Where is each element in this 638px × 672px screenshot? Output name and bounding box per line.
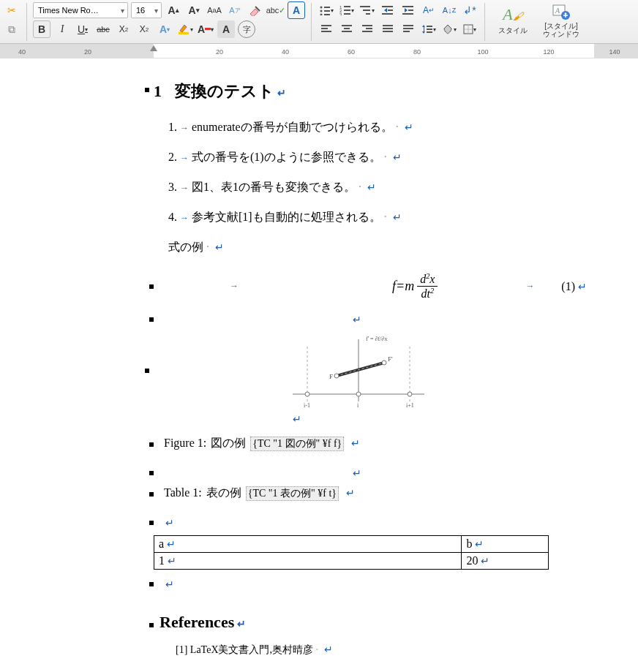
character-border-button[interactable]: A bbox=[288, 1, 305, 19]
equation-number: (1)↵ bbox=[561, 280, 587, 293]
ruler-label: 20 bbox=[216, 48, 223, 56]
ruler-label: 40 bbox=[282, 48, 289, 56]
list-number: 2. bbox=[168, 151, 177, 164]
bold-button[interactable]: B bbox=[33, 20, 50, 38]
numbering-button[interactable]: 123▾ bbox=[338, 1, 356, 19]
svg-rect-13 bbox=[344, 13, 350, 15]
styles-button[interactable]: A🖌 スタイル bbox=[491, 1, 535, 39]
empty-paragraph: ↵ bbox=[149, 314, 594, 326]
pilcrow-icon: ↵ bbox=[578, 282, 587, 292]
tab-arrow-icon: → bbox=[180, 213, 189, 224]
align-right-button[interactable] bbox=[359, 20, 376, 38]
list-number: 4. bbox=[168, 211, 177, 224]
char-shading-button[interactable]: A bbox=[217, 20, 235, 38]
pilcrow-icon: ↵ bbox=[393, 151, 402, 164]
list-item: 3. → 図1、表1の番号も変換できる。 · ↵ bbox=[168, 180, 594, 195]
bullets-button[interactable]: ▾ bbox=[318, 1, 335, 19]
svg-rect-30 bbox=[366, 28, 372, 29]
show-marks-button[interactable]: ↲* bbox=[461, 1, 478, 19]
equation: f=m d2x dt2 bbox=[392, 273, 438, 301]
font-name-value: Times New Ro… bbox=[38, 6, 99, 15]
font-color-button[interactable]: A▾ bbox=[197, 20, 214, 38]
heading-number: 1 bbox=[154, 82, 162, 101]
horizontal-ruler[interactable]: 40 20 20 40 60 80 100 120 140 bbox=[0, 44, 638, 58]
font-name-select[interactable]: Times New Ro… bbox=[33, 2, 128, 18]
align-left-button[interactable] bbox=[318, 20, 335, 38]
subscript-button[interactable]: X2 bbox=[115, 20, 132, 38]
svg-point-2 bbox=[320, 7, 323, 9]
list-number: 3. bbox=[168, 181, 177, 194]
text-direction-button[interactable]: A↵ bbox=[420, 1, 438, 19]
shrink-font-button[interactable]: A▾ bbox=[185, 1, 203, 19]
align-center-button[interactable] bbox=[338, 20, 356, 38]
svg-point-53 bbox=[356, 392, 361, 396]
ruler-indent-marker[interactable] bbox=[150, 45, 157, 51]
sort-button[interactable]: A↓Z bbox=[440, 1, 458, 19]
strikethrough-button[interactable]: abc bbox=[94, 20, 112, 38]
line-spacing-button[interactable]: ▾ bbox=[420, 20, 438, 38]
justify-button[interactable] bbox=[379, 20, 397, 38]
shading-button[interactable]: ▾ bbox=[440, 20, 458, 38]
font-group: Times New Ro… 16 A▴ A▾ AaA Aア abc✓ A B I… bbox=[33, 1, 305, 38]
pilcrow-icon: ↵ bbox=[353, 467, 361, 480]
space-mark-icon: · bbox=[384, 151, 387, 164]
grow-font-button[interactable]: A▴ bbox=[165, 1, 182, 19]
italic-button[interactable]: I bbox=[53, 20, 71, 38]
highlight-button[interactable]: ▾ bbox=[176, 20, 194, 38]
figure-image: f' = ∂f/∂x F F' i-1 i i+1 ↵ bbox=[285, 332, 594, 426]
list-bullet-icon bbox=[149, 521, 154, 525]
figure-caption: Figure 1: 図の例 {TC "1 図の例" ¥f f} ↵ bbox=[149, 436, 594, 451]
phonetic-guide-button[interactable]: Aア bbox=[226, 1, 244, 19]
styles-window-button[interactable]: A [スタイル] ウィンドウ bbox=[539, 1, 583, 39]
list-text: enumerateの番号が自動でつけられる。 bbox=[192, 120, 393, 135]
ruler-label: 20 bbox=[84, 48, 91, 56]
decrease-indent-button[interactable] bbox=[379, 1, 397, 19]
svg-rect-19 bbox=[382, 13, 393, 15]
reference-item: [1] LaTeX美文書入門,奥村晴彦 · ↵ bbox=[176, 643, 594, 657]
table-caption: Table 1: 表の例 {TC "1 表の例" ¥f t} ↵ bbox=[149, 486, 594, 501]
enclose-chars-button[interactable]: 字 bbox=[238, 20, 255, 38]
svg-rect-28 bbox=[342, 31, 352, 32]
change-case-button[interactable]: AaA bbox=[206, 1, 223, 19]
styles-window-icon: A bbox=[552, 3, 571, 20]
numbered-list: 1. → enumerateの番号が自動でつけられる。 · ↵ 2. → 式の番… bbox=[154, 120, 594, 255]
pilcrow-icon: ↵ bbox=[351, 437, 360, 450]
borders-button[interactable]: ▾ bbox=[461, 20, 478, 38]
space-mark-icon: · bbox=[396, 121, 399, 134]
svg-text:A: A bbox=[555, 7, 560, 15]
reference-text: [1] LaTeX美文書入門,奥村晴彦 bbox=[176, 644, 313, 655]
list-bullet-icon bbox=[149, 623, 154, 627]
cut-icon[interactable]: ✂ bbox=[3, 1, 20, 19]
distributed-button[interactable] bbox=[399, 20, 417, 38]
font-size-select[interactable]: 16 bbox=[131, 2, 162, 18]
document-page[interactable]: 1 変換のテスト↵ 1. → enumerateの番号が自動でつけられる。 · … bbox=[0, 58, 638, 671]
space-mark-icon: · bbox=[384, 211, 387, 224]
figure-annot-i: i bbox=[357, 402, 359, 409]
svg-rect-36 bbox=[403, 28, 413, 29]
pilcrow-icon: ↵ bbox=[353, 314, 361, 326]
increase-indent-button[interactable] bbox=[399, 1, 417, 19]
svg-rect-18 bbox=[388, 10, 393, 11]
table-cell: a bbox=[159, 537, 164, 550]
list-text: 式の番号を(1)のように参照できる。 bbox=[192, 150, 381, 165]
underline-button[interactable]: U ▾ bbox=[74, 20, 91, 38]
clear-formatting-button[interactable] bbox=[247, 1, 264, 19]
svg-rect-0 bbox=[179, 32, 189, 34]
pilcrow-icon: ↵ bbox=[346, 487, 355, 499]
svg-point-6 bbox=[320, 14, 323, 16]
svg-rect-21 bbox=[408, 10, 413, 11]
table-cell: b bbox=[466, 537, 472, 550]
text-effects-button[interactable]: A ▾ bbox=[156, 20, 173, 38]
svg-rect-11 bbox=[344, 10, 350, 11]
svg-rect-25 bbox=[321, 31, 331, 32]
styles-icon: A🖌 bbox=[503, 5, 522, 24]
figure-annot-derivative: f' = ∂f/∂x bbox=[366, 336, 387, 342]
superscript-button[interactable]: X2 bbox=[135, 20, 153, 38]
copy-icon[interactable]: ⧉ bbox=[3, 20, 20, 38]
tab-arrow-icon: → bbox=[180, 123, 189, 134]
ruler-label: 60 bbox=[348, 48, 355, 56]
spellcheck-button[interactable]: abc✓ bbox=[267, 1, 285, 19]
svg-point-4 bbox=[320, 10, 323, 12]
multilevel-list-button[interactable]: ▾ bbox=[359, 1, 376, 19]
svg-rect-41 bbox=[427, 31, 432, 33]
